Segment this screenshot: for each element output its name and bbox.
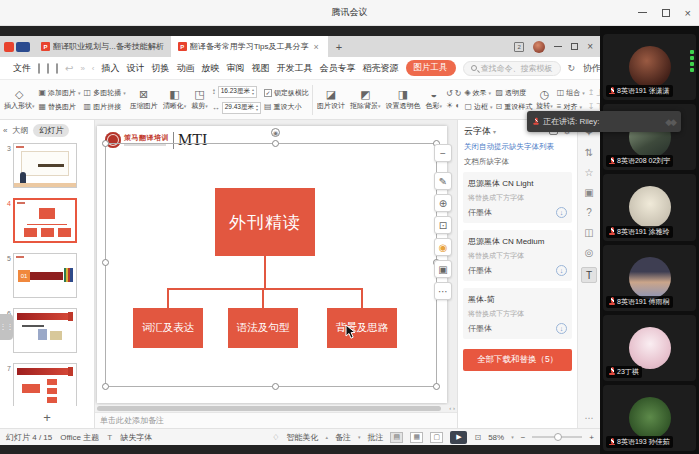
slideshow-play-button[interactable]: ▶ xyxy=(450,431,467,444)
menu-devtools[interactable]: 开发工具 xyxy=(277,62,313,75)
participant-video[interactable]: 8英语191 傅雨桐 xyxy=(603,245,696,311)
menu-transition[interactable]: 切换 xyxy=(152,62,170,75)
crop-tool-icon[interactable]: ⊡ xyxy=(434,216,452,234)
selection-handle[interactable] xyxy=(433,383,440,390)
menu-slideshow[interactable]: 放映 xyxy=(202,62,220,75)
add-slide-button[interactable]: + xyxy=(0,406,94,428)
menu-file[interactable]: 文件 xyxy=(13,62,31,75)
slide-thumbnail-6[interactable] xyxy=(13,308,77,353)
comments-button[interactable]: 批注 xyxy=(367,432,383,443)
participant-video[interactable]: 23丁祺 xyxy=(603,315,696,381)
tab-slides[interactable]: 幻灯片 xyxy=(33,124,69,137)
panes-icon[interactable]: ▣ xyxy=(584,187,593,198)
collapse-panel-icon[interactable]: « xyxy=(3,126,7,135)
remove-background-button[interactable]: ◩ 抠除背景▾ xyxy=(349,88,382,111)
beautify-button[interactable]: 智能美化 xyxy=(286,432,318,443)
collaborate-button[interactable]: 协作 xyxy=(583,62,600,75)
slide-thumbnail-7[interactable] xyxy=(13,363,77,406)
properties-icon[interactable]: ⇅ xyxy=(585,147,593,158)
idea-lightbulb-icon[interactable]: ◉ xyxy=(434,238,452,256)
contrast-icon[interactable]: ◐ xyxy=(455,102,460,110)
color-button[interactable]: ◒ 色彩▾ xyxy=(425,88,444,111)
selection-handle[interactable] xyxy=(102,383,109,390)
rotate-button[interactable]: ◷ 旋转▾ xyxy=(535,88,554,111)
document-tab-2-active[interactable]: P 翻译备考常用学习Tips及工具分享 × xyxy=(171,36,328,57)
slide-thumbnail-3[interactable] xyxy=(13,143,77,188)
menu-design[interactable]: 设计 xyxy=(127,62,145,75)
notes-bar[interactable]: 单击此处添加备注 xyxy=(95,412,457,428)
reset-style-button[interactable]: ⊡ 重设样式 xyxy=(496,102,533,112)
picture-tools-tab[interactable]: 图片工具 xyxy=(406,60,456,76)
page-drag-handle[interactable]: ⋮⋮ xyxy=(0,314,13,340)
replace-picture-button[interactable]: ▦ 替换图片 xyxy=(39,102,81,112)
theme-name[interactable]: Office 主题 xyxy=(60,432,99,443)
align-button[interactable]: ≡ 对齐▾ xyxy=(557,102,585,112)
download-cloud-icon[interactable]: ↓ xyxy=(556,207,567,218)
new-tab-button[interactable]: + xyxy=(328,36,350,57)
multi-carousel-button[interactable]: ◫ 多图轮播▾ xyxy=(84,88,126,98)
sorter-view-icon[interactable]: ▦ xyxy=(410,432,423,443)
image-library-icon[interactable]: ◫ xyxy=(584,227,593,238)
rotate-handle[interactable]: ◉ xyxy=(271,128,280,137)
menu-insert[interactable]: 插入 xyxy=(102,62,120,75)
height-field[interactable]: ↕ 16.23厘米 ▴▾ xyxy=(212,86,261,98)
more-tools-icon[interactable]: ⋯ xyxy=(434,282,452,300)
copy-icon[interactable]: ▣ xyxy=(434,260,452,278)
notes-button[interactable]: 备注 xyxy=(335,432,351,443)
rotate-right-icon[interactable]: ↻ xyxy=(455,90,462,98)
width-spinner[interactable]: ▴▾ xyxy=(256,104,258,112)
width-field[interactable]: ↔ 29.43厘米 ▴▾ xyxy=(212,102,261,114)
download-cloud-icon[interactable]: ↓ xyxy=(556,265,567,276)
panel-dropdown-icon[interactable]: ▾ xyxy=(493,128,496,135)
help-icon[interactable]: ? xyxy=(586,207,592,218)
brightness-icon[interactable]: ☀ xyxy=(446,102,453,110)
zoom-icon[interactable]: ⊕ xyxy=(434,194,452,212)
add-picture-button[interactable]: ▣ 添加图片▾ xyxy=(39,88,81,98)
group-button[interactable]: ◫ 组合▾ xyxy=(557,88,585,98)
height-spinner[interactable]: ▴▾ xyxy=(252,88,254,96)
picture-stitch-button[interactable]: ▥ 图片拼接 xyxy=(84,102,126,112)
selection-handle[interactable] xyxy=(272,383,279,390)
window-layout-icon[interactable]: 2 xyxy=(514,42,524,52)
tips-icon[interactable]: ◎ xyxy=(585,247,594,258)
disable-tip-link[interactable]: 关闭自动提示缺失字体列表 xyxy=(458,142,577,157)
diagram-child-box[interactable]: 词汇及表达 xyxy=(133,308,203,348)
set-transparent-button[interactable]: ◨ 设置透明色 xyxy=(385,88,422,111)
document-tab-1[interactable]: P 翻译职业规划与...备考技能解析 xyxy=(34,36,171,57)
undo-icon[interactable]: ↩ xyxy=(65,63,73,74)
insert-shape-button[interactable]: ◇ 插入形状▾ xyxy=(3,88,36,111)
command-search-box[interactable]: 查找命令、搜索模板 xyxy=(463,61,561,76)
participant-video[interactable]: 8英语191 张潇潇 xyxy=(603,34,696,100)
account-avatar[interactable] xyxy=(533,41,545,53)
diagram-child-box[interactable]: 背景及思路 xyxy=(327,308,397,348)
slide-thumbnail-5[interactable]: 01 xyxy=(13,253,77,298)
zoom-out-button[interactable]: − xyxy=(521,433,526,442)
minimize-icon[interactable] xyxy=(638,12,647,13)
tab-outline[interactable]: 大纲 xyxy=(12,125,28,136)
maximize-icon[interactable] xyxy=(662,9,670,17)
fit-window-icon[interactable]: ⊡ xyxy=(474,433,481,442)
favorites-star-icon[interactable]: ☆ xyxy=(585,167,594,178)
download-replace-all-button[interactable]: 全部下载和替换（5） xyxy=(463,349,572,371)
participant-video[interactable]: 8英语193 孙佳茹 xyxy=(603,385,696,451)
sidebar-more-icon[interactable]: ⋯ xyxy=(585,413,594,423)
wps-maximize-icon[interactable] xyxy=(571,43,578,50)
horizontal-scrollbar[interactable]: ‹ › xyxy=(95,405,457,412)
reading-view-icon[interactable]: ▢ xyxy=(430,432,443,443)
menu-review[interactable]: 审阅 xyxy=(227,62,245,75)
save-icon[interactable] xyxy=(38,63,40,74)
transparency-button[interactable]: ▨ 透明度 xyxy=(496,88,533,98)
download-cloud-icon[interactable]: ↓ xyxy=(556,323,567,334)
border-button[interactable]: ▢ 边框▾ xyxy=(464,102,492,112)
selection-handle[interactable] xyxy=(272,140,279,147)
tab-close-icon[interactable]: × xyxy=(312,42,321,52)
print-icon[interactable] xyxy=(47,63,49,74)
menu-animation[interactable]: 动画 xyxy=(177,62,195,75)
menu-member[interactable]: 会员专享 xyxy=(320,62,356,75)
participant-video[interactable]: 8英语191 涂雅玲 xyxy=(603,174,696,240)
menu-view[interactable]: 视图 xyxy=(252,62,270,75)
zoom-in-button[interactable]: + xyxy=(589,433,594,442)
collapse-toolbar-icon[interactable]: − xyxy=(434,144,452,162)
selection-handle[interactable] xyxy=(102,140,109,147)
edit-icon[interactable]: ✎ xyxy=(434,172,452,190)
